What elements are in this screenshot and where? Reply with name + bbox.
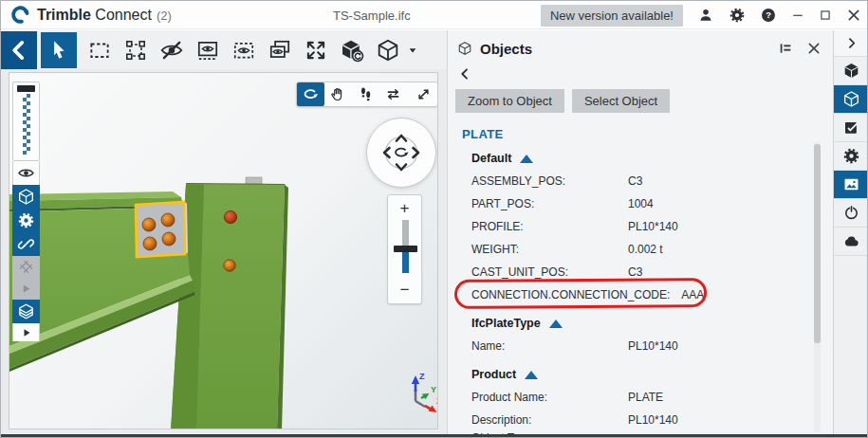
property-row: PART_POS: 1004: [448, 192, 833, 215]
crosshatch-icon: [17, 258, 35, 276]
walk-mode-button[interactable]: [352, 82, 379, 106]
play-button-disabled: [12, 278, 40, 300]
collapse-triangle-icon[interactable]: [549, 319, 563, 328]
property-label: Name:: [471, 339, 628, 353]
group-name: Default: [471, 152, 511, 165]
select-object-button[interactable]: Select Object: [572, 89, 670, 113]
property-label: ASSEMBLY_POS:: [471, 174, 628, 188]
cube-history-icon: [340, 38, 364, 63]
fit-view-button[interactable]: [298, 32, 334, 68]
transform-select-button[interactable]: [118, 32, 154, 68]
collapse-triangle-icon[interactable]: [525, 371, 538, 379]
swap-view-button[interactable]: [379, 82, 407, 106]
navigation-wheel[interactable]: [365, 117, 437, 189]
opacity-slider-handle[interactable]: [17, 85, 35, 92]
sidebar-item-models[interactable]: [834, 57, 868, 85]
show-in-box-button[interactable]: [190, 32, 226, 68]
maximize-button[interactable]: [819, 9, 832, 22]
zoom-to-object-button[interactable]: Zoom to Object: [455, 89, 564, 113]
sidebar-item-todos[interactable]: [834, 114, 868, 142]
select-cursor-button[interactable]: [41, 32, 77, 68]
show-layers-button[interactable]: [262, 32, 298, 68]
marquee-select-button[interactable]: [82, 32, 118, 68]
3d-viewport-canvas[interactable]: + − Z Y X: [9, 72, 438, 429]
visibility-eye-button[interactable]: [12, 161, 40, 185]
panel-scrollbar-thumb[interactable]: [814, 144, 821, 343]
tool-settings-button[interactable]: [12, 209, 40, 232]
sidebar-item-views[interactable]: [834, 171, 868, 199]
resize-diagonal-icon: [415, 85, 433, 103]
orbit-icon: [302, 85, 320, 103]
property-row: PROFILE: PL10*140: [448, 215, 833, 238]
view-cube-button[interactable]: [370, 32, 406, 68]
minimize-button[interactable]: [791, 9, 804, 22]
sidebar-item-settings[interactable]: [834, 142, 868, 171]
expand-tools-button[interactable]: [12, 323, 40, 341]
zoom-slider-handle[interactable]: [394, 246, 417, 252]
viewport-container: + − Z Y X: [1, 69, 447, 438]
show-only-button[interactable]: [226, 32, 262, 68]
sidebar-item-sync[interactable]: [834, 228, 868, 256]
property-label: CAST_UNIT_POS:: [471, 265, 628, 279]
user-account-icon[interactable]: [697, 7, 714, 24]
settings-gear-icon[interactable]: [729, 7, 746, 24]
objects-panel-header: Objects: [448, 30, 833, 59]
dock-panel-icon[interactable]: [778, 41, 793, 56]
fullscreen-button[interactable]: [410, 82, 437, 106]
zoom-out-label[interactable]: −: [388, 281, 421, 300]
zoom-in-label[interactable]: +: [388, 199, 421, 218]
selected-plate[interactable]: [136, 202, 188, 257]
swap-arrows-icon: [384, 85, 402, 103]
cube-solid-icon: [842, 62, 860, 80]
app-brand: Trimble Connect(2): [1, 5, 172, 25]
eye-icon: [17, 164, 35, 182]
property-row: WEIGHT: 0.002 t: [448, 238, 833, 261]
eye-dashed-box-icon: [231, 38, 256, 63]
model-history-button[interactable]: [334, 32, 370, 68]
link-objects-button[interactable]: [12, 232, 40, 256]
back-button[interactable]: [1, 31, 37, 69]
panel-scrollbar[interactable]: [814, 142, 821, 432]
steel-structure-scene: [9, 73, 438, 429]
transform-select-icon: [123, 38, 148, 63]
property-value: AAA: [681, 288, 704, 301]
property-group-header[interactable]: IfcPlateType: [448, 312, 833, 335]
collapse-triangle-icon[interactable]: [520, 155, 533, 163]
pan-mode-button[interactable]: [324, 82, 352, 106]
sidebar-item-objects[interactable]: [834, 85, 868, 114]
eye-box-icon: [195, 38, 220, 63]
group-name: IfcPlateType: [471, 317, 541, 330]
property-group-header[interactable]: Default: [448, 147, 833, 170]
opacity-slider[interactable]: [12, 82, 40, 161]
panel-back-button[interactable]: [457, 66, 472, 82]
play-icon: [20, 283, 32, 295]
document-name: TS-Sample.ifc: [333, 9, 411, 23]
navigation-mode-bar: [296, 82, 438, 107]
property-value: 1004: [628, 197, 654, 210]
clock-icon: [842, 204, 860, 222]
view-cube-dropdown-caret-icon[interactable]: [408, 46, 417, 55]
orbit-mode-button[interactable]: [297, 82, 324, 106]
zoom-track-lower: [402, 252, 409, 273]
help-icon[interactable]: [760, 7, 777, 24]
clip-cube-button[interactable]: [12, 185, 40, 209]
zoom-slider[interactable]: + −: [387, 194, 422, 304]
viewport-tool-column: [12, 82, 40, 341]
window-bottom-edge: [1, 434, 868, 438]
axis-x-label: X: [436, 396, 438, 406]
objects-cube-icon: [457, 41, 472, 56]
close-button[interactable]: [846, 8, 861, 23]
close-panel-icon[interactable]: [806, 41, 822, 56]
property-group-header[interactable]: Product: [448, 363, 833, 386]
property-label: Description:: [471, 413, 628, 427]
sidebar-collapse-button[interactable]: [834, 30, 868, 57]
viewer-toolbar: [1, 30, 447, 69]
zoom-track-upper: [402, 220, 409, 247]
hide-object-button[interactable]: [154, 32, 190, 68]
new-version-button[interactable]: New version available!: [541, 5, 683, 27]
object-type-title: PLATE: [462, 127, 833, 141]
property-list: Default ASSEMBLY_POS: C3 PART_POS: 1004 …: [448, 147, 833, 438]
layers-cube-button[interactable]: [12, 300, 40, 323]
objects-panel: Objects Zoom to Object Select Object PLA…: [447, 30, 833, 438]
sidebar-item-activity[interactable]: [834, 199, 868, 228]
